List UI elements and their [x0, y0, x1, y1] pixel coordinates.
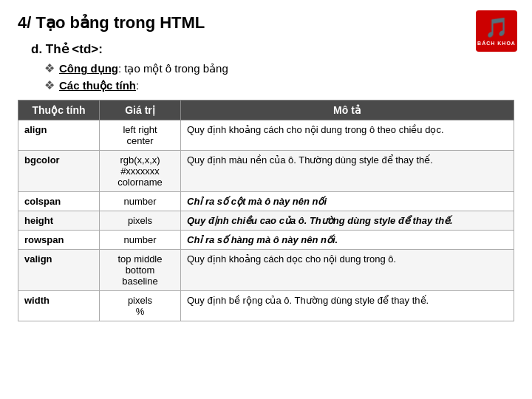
cell-attr: bgcolor — [18, 151, 100, 192]
table-row: valigntop middle bottom baselineQuy định… — [18, 250, 514, 291]
cell-val: left right center — [100, 120, 181, 151]
bullet1-rest: : tạo một ô trong bảng — [118, 62, 228, 75]
attributes-table-wrap: Thuộc tính Giá trị Mô tả alignleft right… — [18, 100, 514, 321]
col-header-attr: Thuộc tính — [18, 100, 100, 120]
table-row: heightpixelsQuy định chiều cao của ô. Th… — [18, 211, 514, 231]
col-header-desc: Mô tả — [181, 100, 514, 120]
cell-val: top middle bottom baseline — [100, 250, 181, 291]
bullet-diamond-2: ❖ — [44, 78, 55, 92]
cell-attr: colspan — [18, 192, 100, 211]
logo: 🎵 BÁCH KHOA — [474, 9, 519, 53]
bullet-diamond-1: ❖ — [44, 61, 55, 75]
attributes-table: Thuộc tính Giá trị Mô tả alignleft right… — [18, 100, 514, 321]
cell-desc: Quy định khoảng cách cho nội dung trong … — [181, 120, 514, 151]
table-header-row: Thuộc tính Giá trị Mô tả — [18, 100, 514, 120]
table-row: bgcolorrgb(x,x,x) #xxxxxxx colornameQuy … — [18, 151, 514, 192]
bullet1-bold: Công dụng — [59, 62, 118, 75]
cell-val: pixels % — [100, 291, 181, 321]
cell-desc: Quy định bề rộng của ô. Thường dùng styl… — [181, 291, 514, 321]
cell-attr: rowspan — [18, 231, 100, 250]
cell-val: number — [100, 231, 181, 250]
cell-desc: Quy định khoảng cách dọc cho nội dung tr… — [181, 250, 514, 291]
cell-desc: Chỉ ra số cột mà ô này nên nối — [181, 192, 514, 211]
table-row: widthpixels %Quy định bề rộng của ô. Thư… — [18, 291, 514, 321]
cell-val: pixels — [100, 211, 181, 231]
logo-icon: 🎵 — [485, 16, 508, 39]
cell-val: rgb(x,x,x) #xxxxxxx colorname — [100, 151, 181, 192]
logo-text: BÁCH KHOA — [477, 41, 516, 46]
cell-attr: width — [18, 291, 100, 321]
bullet2-bold: Các thuộc tính — [59, 79, 136, 92]
bullet-item-2: ❖ Các thuộc tính: — [44, 78, 514, 92]
cell-desc: Quy định màu nền của ô. Thường dùng styl… — [181, 151, 514, 192]
table-row: colspannumberChỉ ra số cột mà ô này nên … — [18, 192, 514, 211]
cell-desc: Quy định chiều cao của ô. Thường dùng st… — [181, 211, 514, 231]
cell-desc: Chỉ ra số hàng mà ô này nên nối. — [181, 231, 514, 250]
page-title: 4/ Tạo bảng trong HTML — [18, 13, 514, 33]
bullet-item-1: ❖ Công dụng: tạo một ô trong bảng — [44, 61, 514, 75]
bullet2-rest: : — [136, 79, 139, 92]
col-header-val: Giá trị — [100, 100, 181, 120]
cell-val: number — [100, 192, 181, 211]
cell-attr: height — [18, 211, 100, 231]
section-d-label: d. Thẻ <td>: — [31, 41, 514, 57]
cell-attr: align — [18, 120, 100, 151]
cell-attr: valign — [18, 250, 100, 291]
table-row: rowspannumberChỉ ra số hàng mà ô này nên… — [18, 231, 514, 250]
table-row: alignleft right centerQuy định khoảng cá… — [18, 120, 514, 151]
